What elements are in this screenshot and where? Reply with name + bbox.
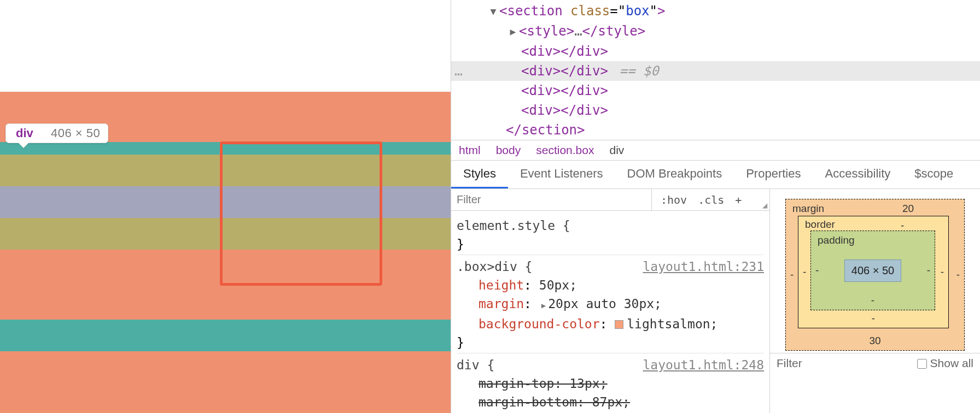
box-model-border[interactable]: border - - - - padding - - -	[798, 216, 949, 328]
expand-shorthand-icon[interactable]: ▶	[541, 301, 546, 310]
rendered-page-viewport[interactable]: div 406 × 50	[0, 0, 451, 413]
element-highlight-box	[220, 141, 382, 286]
css-rule[interactable]: div {layout1.html:248margin-top: 13px;ma…	[457, 353, 764, 413]
color-swatch[interactable]	[615, 320, 623, 329]
show-all-checkbox[interactable]	[917, 359, 927, 369]
css-rule[interactable]: element.style {}	[457, 214, 764, 253]
breadcrumb-item[interactable]: div	[609, 144, 624, 156]
devtools-panel: ▼<section class="box">▶<style>…</style><…	[451, 0, 980, 413]
computed-footer: Filter Show all	[770, 353, 980, 370]
stripe	[0, 320, 451, 332]
show-all-label[interactable]: Show all	[930, 357, 973, 369]
hov-toggle[interactable]: :hov	[655, 190, 692, 210]
tab-styles[interactable]: Styles	[451, 161, 508, 188]
dom-tree[interactable]: ▼<section class="box">▶<style>…</style><…	[451, 0, 980, 140]
css-rules-list[interactable]: element.style {}.box>div {layout1.html:2…	[451, 211, 769, 413]
dom-node[interactable]: </section>	[451, 120, 980, 140]
resizer-icon[interactable]: ◢	[762, 202, 767, 209]
breadcrumb-trail[interactable]: htmlbodysection.boxdiv	[451, 140, 980, 160]
css-declaration[interactable]: height: 50px;	[457, 276, 764, 294]
dom-node[interactable]: <div></div>	[451, 101, 980, 120]
css-declaration[interactable]: margin-top: 13px;	[457, 374, 764, 393]
stripe	[0, 301, 451, 320]
tab-dom-breakpoints[interactable]: DOM Breakpoints	[615, 161, 734, 188]
box-model-padding[interactable]: padding - - - 406 × 50	[810, 231, 935, 310]
box-model-content[interactable]: 406 × 50	[844, 259, 901, 282]
box-model-diagram[interactable]: margin 20 30 - - border - - - -	[770, 189, 980, 353]
css-rule[interactable]: .box>div {layout1.html:231height: 50px;m…	[457, 255, 764, 352]
rule-source-link[interactable]: layout1.html:231	[643, 257, 764, 276]
styles-toolbar: :hov .cls + ◢	[451, 189, 769, 211]
add-rule-button[interactable]: +	[730, 190, 747, 210]
disclosure-icon[interactable]: ▶	[508, 22, 518, 42]
tab-accessibility[interactable]: Accessibility	[813, 161, 902, 188]
cls-toggle[interactable]: .cls	[692, 190, 730, 210]
dom-node[interactable]: ⋯<div></div> == $0	[451, 61, 980, 81]
dom-node[interactable]: ▼<section class="box">	[451, 1, 980, 21]
breadcrumb-item[interactable]: body	[496, 144, 521, 156]
css-declaration[interactable]: margin-bottom: 87px;	[457, 393, 764, 411]
tooltip-element-name: div	[16, 126, 33, 140]
styles-tabs[interactable]: StylesEvent ListenersDOM BreakpointsProp…	[451, 160, 980, 189]
css-declaration[interactable]: margin: ▶20px auto 30px;	[457, 294, 764, 315]
breadcrumb-item[interactable]: html	[459, 144, 481, 156]
rule-source-link[interactable]: layout1.html:248	[643, 356, 764, 374]
tab--scope[interactable]: $scope	[902, 161, 965, 188]
tab-event-listeners[interactable]: Event Listeners	[508, 161, 615, 188]
tooltip-dimensions: 406 × 50	[51, 126, 100, 140]
computed-filter-label[interactable]: Filter	[777, 357, 802, 370]
box-model-margin[interactable]: margin 20 30 - - border - - - -	[785, 199, 965, 351]
css-declaration[interactable]: background-color: lightsalmon;	[457, 315, 764, 333]
styles-filter-input[interactable]	[451, 189, 648, 210]
dom-node[interactable]: <div></div>	[451, 42, 980, 61]
stripe	[0, 92, 451, 123]
element-tooltip: div 406 × 50	[5, 123, 108, 143]
breadcrumb-item[interactable]: section.box	[536, 144, 594, 156]
stripe	[0, 332, 451, 351]
tab-properties[interactable]: Properties	[734, 161, 813, 188]
stripe	[0, 351, 451, 413]
dom-node[interactable]: ▶<style>…</style>	[451, 21, 980, 42]
disclosure-icon[interactable]: ▼	[488, 2, 498, 21]
dom-node[interactable]: <div></div>	[451, 81, 980, 101]
